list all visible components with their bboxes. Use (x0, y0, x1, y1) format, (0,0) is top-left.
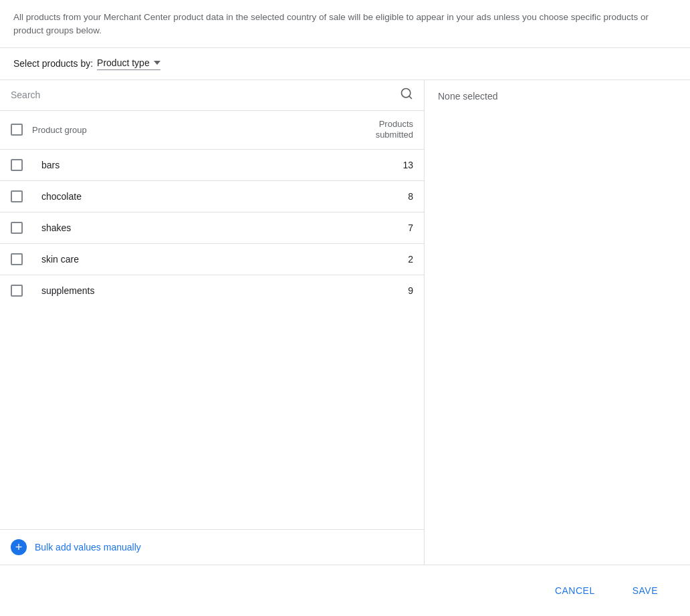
row-checkbox-supplements[interactable] (11, 285, 23, 297)
table-row: supplements 9 (0, 275, 424, 306)
search-bar (0, 80, 424, 111)
search-input[interactable] (11, 90, 394, 100)
row-checkbox-col (11, 285, 32, 297)
products-list: bars 13 chocolate 8 shakes 7 (0, 150, 424, 529)
product-count: 7 (346, 222, 413, 233)
col-product-group-header: Product group (32, 125, 346, 135)
row-checkbox-col (11, 159, 32, 171)
save-button[interactable]: SAVE (616, 579, 674, 603)
header-checkbox-col (11, 124, 32, 136)
dropdown-value: Product type (97, 57, 150, 68)
row-checkbox-col (11, 190, 32, 202)
table-row: bars 13 (0, 150, 424, 181)
bulk-add-link[interactable]: Bulk add values manually (35, 542, 141, 553)
table-header: Product group Products submitted (0, 111, 424, 150)
row-checkbox-shakes[interactable] (11, 222, 23, 234)
product-count: 9 (346, 285, 413, 296)
product-name: chocolate (32, 191, 346, 202)
select-bar: Select products by: Product type (0, 48, 690, 80)
footer: CANCEL SAVE (0, 565, 690, 616)
product-name: bars (32, 160, 346, 170)
bulk-add-plus-button[interactable]: + (11, 539, 27, 555)
table-row: chocolate 8 (0, 181, 424, 212)
col-products-submitted-header: Products submitted (346, 119, 413, 142)
intro-text: All products from your Merchant Center p… (0, 0, 690, 48)
search-icon (400, 87, 413, 104)
product-name: skin care (32, 254, 346, 265)
table-row: skin care 2 (0, 244, 424, 275)
none-selected-label: None selected (438, 91, 498, 102)
select-products-label: Select products by: (13, 58, 93, 69)
product-name: supplements (32, 285, 346, 296)
main-content: Product group Products submitted bars 13 (0, 80, 690, 566)
right-panel: None selected (425, 80, 690, 565)
intro-description: All products from your Merchant Center p… (13, 12, 649, 35)
row-checkbox-skin-care[interactable] (11, 253, 23, 265)
left-panel: Product group Products submitted bars 13 (0, 80, 425, 565)
row-checkbox-chocolate[interactable] (11, 190, 23, 202)
cancel-button[interactable]: CANCEL (539, 579, 611, 603)
page-wrapper: All products from your Merchant Center p… (0, 0, 690, 616)
select-all-checkbox[interactable] (11, 124, 23, 136)
row-checkbox-col (11, 222, 32, 234)
row-checkbox-bars[interactable] (11, 159, 23, 171)
svg-line-1 (409, 96, 412, 98)
product-count: 8 (346, 191, 413, 202)
product-count: 13 (346, 160, 413, 170)
row-checkbox-col (11, 253, 32, 265)
product-name: shakes (32, 222, 346, 233)
chevron-down-icon (154, 61, 160, 65)
product-type-dropdown[interactable]: Product type (97, 57, 160, 70)
table-row: shakes 7 (0, 212, 424, 244)
plus-icon: + (15, 541, 23, 553)
product-count: 2 (346, 254, 413, 265)
bulk-add-row: + Bulk add values manually (0, 529, 424, 565)
